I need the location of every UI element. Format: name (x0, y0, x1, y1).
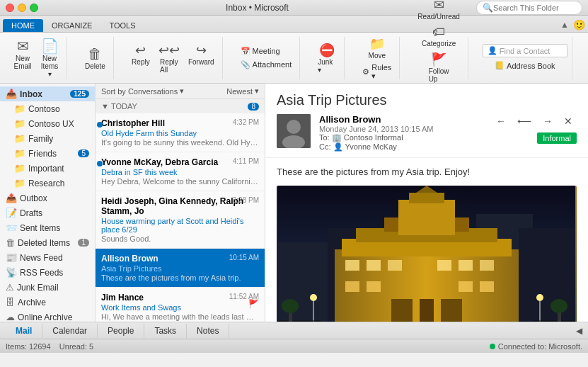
online-archive-icon: ☁ (6, 312, 15, 322)
sidebar-junk-label: Junk Email (17, 283, 59, 293)
email-item-1[interactable]: Christopher Hill Old Hyde Farm this Sund… (96, 113, 265, 152)
nav-close-button[interactable]: ✕ (560, 114, 577, 128)
email-item-3[interactable]: Heidi Joseph, Gina Kennedy, Ralph Stamm,… (96, 191, 265, 249)
close-button[interactable] (6, 4, 14, 12)
forward-button[interactable]: ↪ Forward (185, 40, 218, 76)
tab-tools[interactable]: TOOLS (100, 19, 144, 32)
sidebar-item-sent[interactable]: 📨 Sent Items (0, 220, 95, 235)
ribbon-group-respond: ↩ Reply ↩↩ ReplyAll ↪ Forward (124, 37, 223, 79)
avatar-image (277, 114, 311, 148)
svg-rect-12 (398, 200, 455, 235)
smiley-icon[interactable]: 🙂 (573, 19, 585, 30)
meeting-label: Meeting (253, 47, 280, 55)
sidebar-sent-label: Sent Items (20, 223, 60, 233)
search-icon: 🔍 (483, 3, 493, 13)
email-item-4[interactable]: Allison Brown Asia Trip Pictures These a… (96, 249, 265, 288)
title-search[interactable]: 🔍 (476, 1, 582, 15)
email-item-2[interactable]: Yvonne McKay, Debra Garcia Debra in SF t… (96, 152, 265, 191)
new-items-button[interactable]: 📄 NewItems ▾ (37, 35, 62, 80)
sidebar-item-outbox[interactable]: 📤 Outbox (0, 191, 95, 205)
svg-point-38 (550, 299, 567, 313)
read-unread-label: Read/Unread (417, 13, 459, 21)
nav-item-tasks[interactable]: Tasks (144, 324, 187, 338)
categorize-label: Categorize (422, 40, 456, 47)
sidebar-item-rss[interactable]: 📡 RSS Feeds (0, 265, 95, 280)
forward-icon: ↪ (196, 43, 207, 58)
nav-item-calendar[interactable]: Calendar (42, 324, 98, 338)
rules-button[interactable]: ⚙ Rules ▾ (359, 62, 395, 82)
deleted-icon: 🗑 (6, 237, 15, 248)
email-image (277, 186, 577, 322)
email-preview: Sounds Good. (101, 235, 259, 243)
categorize-button[interactable]: 🏷 Categorize (418, 23, 459, 50)
sidebar-contoso-label: Contoso (28, 104, 60, 114)
delete-icon: 🗑 (88, 46, 102, 62)
sidebar-section-folders: 📥 Inbox 125 📁 Contoso 📁 Contoso UX 📁 Fam… (0, 84, 95, 322)
maximize-button[interactable] (30, 4, 38, 12)
reply-all-button[interactable]: ↩↩ ReplyAll (155, 40, 183, 76)
sidebar-item-contoso-ux[interactable]: 📁 Contoso UX (0, 116, 95, 131)
nav-prev-prev-button[interactable]: ⟵ (513, 114, 536, 128)
window-title: Inbox • Microsoft (226, 3, 289, 13)
sidebar-item-research[interactable]: 📁 Research (0, 176, 95, 191)
nav-next-button[interactable]: → (538, 114, 557, 128)
unread-count-badge: 8 (248, 103, 259, 111)
svg-rect-13 (409, 193, 444, 203)
sidebar-item-important[interactable]: 📁 Important (0, 161, 95, 176)
sidebar-item-drafts[interactable]: 📝 Drafts (0, 205, 95, 220)
move-button[interactable]: 📁 Move (364, 34, 390, 62)
minimize-button[interactable] (18, 4, 26, 12)
search-input[interactable] (493, 4, 578, 12)
sidebar-item-archive[interactable]: 🗄 Archive (0, 295, 95, 310)
sidebar-item-contoso[interactable]: 📁 Contoso (0, 101, 95, 116)
asia-trip-image (277, 186, 577, 322)
email-category-tag: Informal (537, 132, 577, 144)
email-time: 4:11 PM (233, 157, 259, 165)
new-email-label: NewEmail (13, 55, 31, 70)
contoso-ux-icon: 📁 (14, 118, 25, 129)
nav-item-people[interactable]: People (98, 324, 144, 338)
sidebar-item-inbox[interactable]: 📥 Inbox 125 (0, 86, 95, 101)
sidebar-drafts-label: Drafts (20, 208, 42, 218)
svg-rect-18 (437, 260, 451, 271)
junk-button[interactable]: ⛔ Junk ▾ (314, 40, 340, 76)
bottom-nav: Mail Calendar People Tasks Notes ◀ (0, 322, 588, 339)
window-controls[interactable] (6, 4, 38, 12)
reply-button[interactable]: ↩ Reply (128, 40, 154, 76)
email-navigation: ← ⟵ → ✕ (492, 114, 577, 128)
expand-nav-button[interactable]: ◀ (576, 326, 582, 336)
email-date: Monday June 24, 2013 10:15 AM (319, 125, 483, 133)
find-contact-input[interactable]: 👤 Find a Contact (483, 44, 567, 57)
sidebar-item-online-archive[interactable]: ☁ Online Archive (0, 310, 95, 322)
nav-item-notes[interactable]: Notes (187, 324, 229, 338)
tab-home[interactable]: HOME (3, 19, 43, 32)
read-unread-icon: ✉ (434, 0, 444, 13)
new-items-label: NewItems ▾ (40, 55, 59, 78)
delete-button[interactable]: 🗑 Delete (81, 44, 109, 72)
svg-rect-33 (278, 320, 321, 322)
sidebar-item-family[interactable]: 📁 Family (0, 131, 95, 146)
ribbon-group-find: 👤 Find a Contact 📒 Address Book (478, 37, 572, 79)
rules-label: Rules ▾ (371, 63, 391, 81)
order-control[interactable]: Newest ▾ (226, 86, 259, 96)
ribbon-collapse-icon[interactable]: ▲ (560, 20, 569, 30)
nav-item-mail[interactable]: Mail (6, 324, 42, 338)
sidebar-item-junk[interactable]: ⚠ Junk Email (0, 280, 95, 295)
nav-prev-button[interactable]: ← (492, 114, 510, 128)
meeting-button[interactable]: 📅 Meeting (237, 45, 296, 57)
new-email-button[interactable]: ✉ NewEmail (10, 35, 35, 80)
sidebar-item-news-feed[interactable]: 📰 News Feed (0, 250, 95, 265)
email-subject: Old Hyde Farm this Sunday (101, 129, 259, 137)
sort-control[interactable]: Sort by Conversations ▾ (101, 86, 184, 96)
main-layout: 📥 Inbox 125 📁 Contoso 📁 Contoso UX 📁 Fam… (0, 84, 588, 322)
email-actions: ← ⟵ → ✕ Informal (492, 114, 577, 144)
svg-point-1 (287, 120, 301, 134)
read-unread-button[interactable]: ✉ Read/Unread (414, 0, 463, 23)
address-book-button[interactable]: 📒 Address Book (491, 60, 558, 72)
attachment-button[interactable]: 📎 Attachment (237, 59, 296, 71)
follow-up-button[interactable]: 🚩 FollowUp (425, 50, 453, 85)
email-item-5[interactable]: Jim Hance Work Items and Swags Hi, We ha… (96, 288, 265, 322)
sidebar-item-deleted[interactable]: 🗑 Deleted Items 1 (0, 235, 95, 250)
tab-organize[interactable]: ORGANIZE (43, 19, 100, 32)
sidebar-item-friends[interactable]: 📁 Friends 5 (0, 146, 95, 161)
